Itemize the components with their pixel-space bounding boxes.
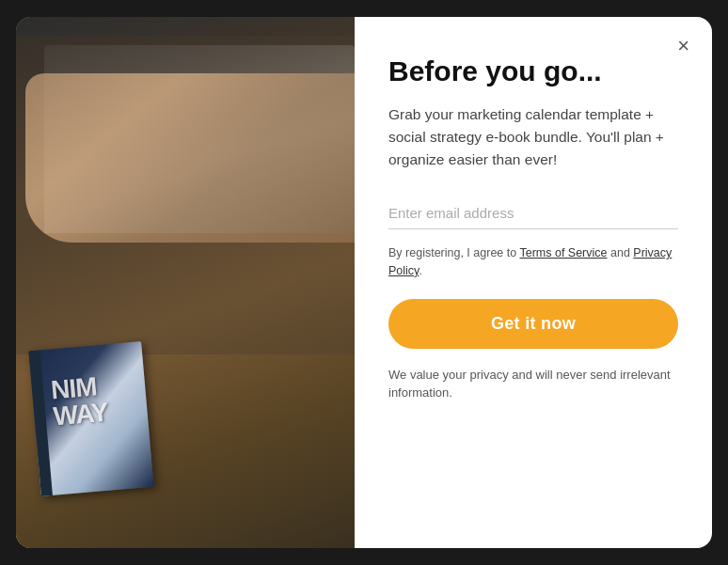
book-decoration: NIMWAY bbox=[28, 341, 153, 496]
book-title: NIMWAY bbox=[50, 373, 109, 431]
modal-image-panel: NIMWAY bbox=[16, 17, 355, 548]
terms-of-service-link[interactable]: Terms of Service bbox=[519, 246, 607, 259]
email-input[interactable] bbox=[388, 197, 678, 229]
book-spine bbox=[28, 350, 52, 495]
close-button[interactable]: × bbox=[673, 32, 693, 60]
modal-container: NIMWAY × Before you go... Grab your mark… bbox=[16, 17, 712, 548]
modal-description: Grab your marketing calendar template + … bbox=[388, 103, 678, 171]
terms-middle: and bbox=[608, 246, 634, 259]
modal-title: Before you go... bbox=[388, 55, 678, 88]
terms-suffix: . bbox=[419, 264, 421, 277]
terms-text: By registering, I agree to Terms of Serv… bbox=[388, 244, 678, 280]
modal-content-panel: × Before you go... Grab your marketing c… bbox=[355, 17, 712, 548]
get-it-now-button[interactable]: Get it now bbox=[388, 299, 678, 349]
privacy-note: We value your privacy and will never sen… bbox=[388, 366, 678, 402]
hands-decoration bbox=[25, 73, 355, 243]
background-scene: NIMWAY bbox=[16, 17, 355, 548]
terms-prefix: By registering, I agree to bbox=[388, 246, 519, 259]
